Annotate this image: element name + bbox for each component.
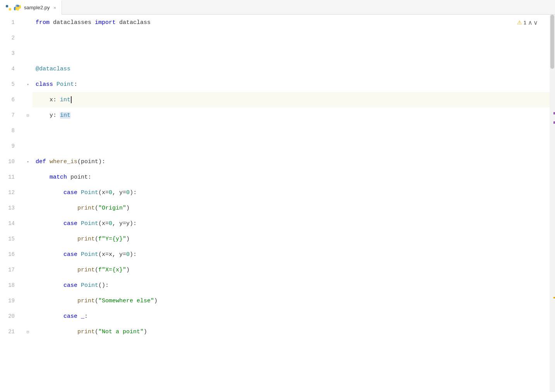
- line-number-6: 6: [0, 92, 19, 107]
- fold-icon-12: [23, 185, 33, 200]
- token-class-name: Point: [81, 251, 98, 258]
- code-line-7: y: int: [33, 107, 550, 123]
- nav-arrows: ∧ ∨: [528, 19, 538, 26]
- scrollbar[interactable]: [550, 15, 555, 392]
- line-number-12: 12: [0, 185, 19, 200]
- fold-icon-9: [23, 138, 33, 154]
- scroll-marker-purple-1: [553, 112, 555, 114]
- token-underscore: _: [81, 313, 84, 320]
- token-plain: [53, 81, 57, 88]
- fold-icon-21[interactable]: ⊟: [23, 324, 33, 339]
- code-line-6: x: int: [33, 92, 550, 107]
- token-highlight-int: int: [60, 112, 70, 119]
- token-plain: [36, 298, 77, 304]
- fold-icon-3: [23, 46, 33, 61]
- token-plain: [77, 251, 81, 258]
- fold-icon-1: [23, 15, 33, 30]
- token-plain: [77, 313, 81, 320]
- next-warning-button[interactable]: ∨: [533, 19, 538, 26]
- token-plain: [77, 220, 81, 227]
- editor-container: sample2.py × 123456789101112131415161718…: [0, 0, 555, 392]
- svg-rect-0: [6, 5, 8, 7]
- token-plain: dataclasses: [50, 19, 95, 26]
- scroll-marker-yellow: [553, 297, 555, 298]
- token-plain: ): [144, 329, 147, 335]
- fold-icon-2: [23, 30, 33, 46]
- token-plain: (: [95, 267, 98, 273]
- line-number-10: 10: [0, 154, 19, 169]
- line-number-20: 20: [0, 308, 19, 324]
- code-line-16: case Point(x=x, y=0):: [33, 247, 550, 262]
- fold-icon-8: [23, 123, 33, 138]
- code-area[interactable]: from dataclasses import dataclass@datacl…: [33, 15, 550, 392]
- line-number-9: 9: [0, 138, 19, 154]
- line-number-2: 2: [0, 30, 19, 46]
- fold-icon-4: [23, 61, 33, 77]
- token-kw-def: def: [36, 159, 46, 165]
- token-plain: , y=: [112, 189, 126, 196]
- token-plain: (x=: [98, 189, 109, 196]
- token-plain: ):: [130, 189, 137, 196]
- code-line-9: [33, 138, 550, 154]
- line-number-1: 1: [0, 15, 19, 30]
- svg-rect-1: [9, 8, 11, 10]
- token-string: "Not a point": [98, 329, 144, 335]
- fold-gutter: ▾⊟▾⊟: [23, 15, 33, 392]
- token-plain: (x=: [98, 220, 109, 227]
- code-line-3: [33, 46, 550, 61]
- token-kw-case: case: [63, 251, 77, 258]
- token-plain: [36, 267, 77, 273]
- line-numbers: 123456789101112131415161718192021: [0, 15, 23, 392]
- token-number: 0: [109, 189, 112, 196]
- token-plain: (: [95, 205, 98, 211]
- fold-icon-19: [23, 293, 33, 308]
- line-number-21: 21: [0, 324, 19, 339]
- token-plain: [77, 282, 81, 289]
- code-line-2: [33, 30, 550, 46]
- line-number-11: 11: [0, 169, 19, 185]
- scrollbar-thumb[interactable]: [550, 15, 554, 69]
- token-type-int: int: [60, 97, 70, 103]
- editor-body: 123456789101112131415161718192021 ▾⊟▾⊟ f…: [0, 15, 555, 392]
- fold-icon-5[interactable]: ▾: [23, 77, 33, 92]
- fold-icon-7[interactable]: ⊟: [23, 107, 33, 123]
- token-plain: (: [95, 329, 98, 335]
- token-plain: :: [84, 313, 88, 320]
- token-builtin: print: [77, 329, 95, 335]
- code-line-15: print(f"Y={y}"): [33, 231, 550, 247]
- token-kw-import: import: [95, 19, 116, 26]
- code-line-5: class Point:: [33, 77, 550, 92]
- token-class-name: Point: [81, 189, 98, 196]
- fold-icon-6: [23, 92, 33, 107]
- fold-icon-13: [23, 200, 33, 216]
- token-plain: point:: [67, 174, 91, 181]
- token-kw-case: case: [63, 282, 77, 289]
- tab-filename: sample2.py: [24, 5, 50, 10]
- prev-warning-button[interactable]: ∧: [528, 19, 533, 26]
- line-number-19: 19: [0, 293, 19, 308]
- fold-icon-15: [23, 231, 33, 247]
- editor-tab[interactable]: sample2.py ×: [0, 0, 62, 15]
- token-builtin: print: [77, 205, 95, 211]
- code-line-11: match point:: [33, 169, 550, 185]
- code-line-19: print("Somewhere else"): [33, 293, 550, 308]
- python-logo: [14, 4, 21, 11]
- token-plain: ): [126, 267, 130, 273]
- token-plain: (: [95, 236, 98, 242]
- line-number-14: 14: [0, 216, 19, 231]
- token-class-name: Point: [57, 81, 74, 88]
- token-number: 0: [126, 251, 130, 258]
- line-number-13: 13: [0, 200, 19, 216]
- code-line-14: case Point(x=0, y=y):: [33, 216, 550, 231]
- fold-icon-10[interactable]: ▾: [23, 154, 33, 169]
- line-number-4: 4: [0, 61, 19, 77]
- fold-icon-11: [23, 169, 33, 185]
- token-fstring: f"Y={y}": [98, 236, 126, 242]
- code-line-21: print("Not a point"): [33, 324, 550, 339]
- scroll-marker-purple-2: [553, 121, 555, 124]
- token-string: "Somewhere else": [98, 298, 154, 304]
- token-plain: ): [126, 236, 130, 242]
- fold-icon-16: [23, 247, 33, 262]
- token-func-name: where_is: [50, 159, 77, 165]
- tab-close-button[interactable]: ×: [53, 5, 56, 10]
